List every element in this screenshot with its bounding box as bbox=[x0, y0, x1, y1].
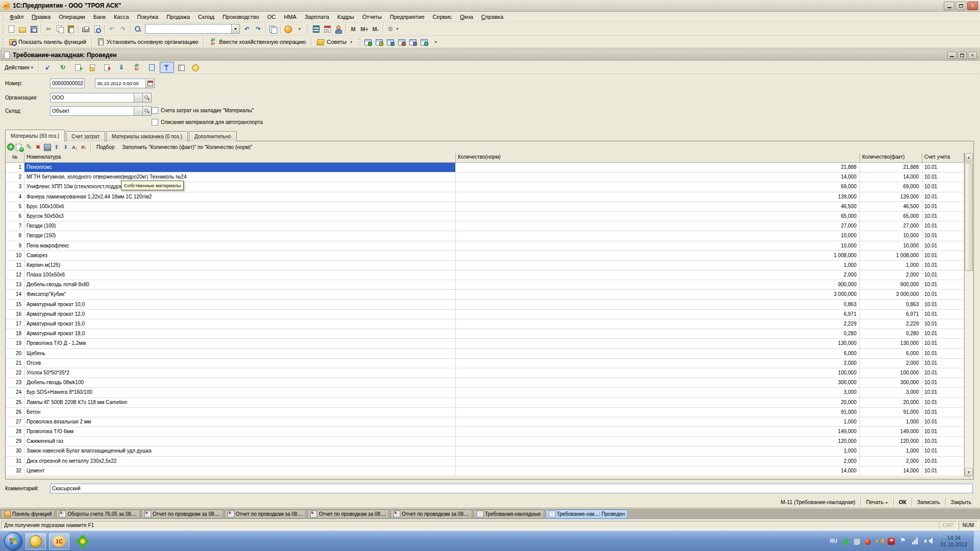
table-row[interactable]: 10Саморез1 008,0001 008,00010.01 bbox=[6, 251, 973, 261]
nomenclature-cell[interactable]: Проволока Т/О Д - 1,2мм bbox=[24, 339, 456, 348]
table-row[interactable]: 20Щебень6,0006,00010.01 bbox=[6, 349, 973, 359]
table-row[interactable]: 22Уголок 50*50*35*2100,000100,00010.01 bbox=[6, 368, 973, 378]
menu-item-Производство[interactable]: Производство bbox=[218, 13, 263, 21]
account-cell[interactable]: 10.01 bbox=[922, 427, 964, 437]
row-edit-button[interactable] bbox=[24, 143, 33, 152]
nomenclature-cell[interactable]: Саморез bbox=[24, 251, 456, 261]
nomenclature-cell[interactable]: Щебень bbox=[24, 349, 456, 359]
row-number-cell[interactable]: 7 bbox=[6, 221, 24, 231]
qty-norm-cell[interactable]: 900,000 bbox=[456, 280, 860, 290]
nomenclature-cell[interactable]: Пеноплэкс bbox=[24, 163, 456, 172]
row-number-cell[interactable]: 22 bbox=[6, 368, 24, 378]
qty-fact-cell[interactable]: 20,000 bbox=[860, 398, 922, 408]
account-cell[interactable]: 10.01 bbox=[922, 359, 964, 368]
nomenclature-cell[interactable]: Арматурный прокат 12,0 bbox=[24, 310, 456, 319]
qty-fact-cell[interactable]: 2,000 bbox=[860, 270, 922, 280]
account-cell[interactable]: 10.01 bbox=[922, 310, 964, 319]
qty-fact-cell[interactable]: 10,000 bbox=[860, 231, 922, 241]
qty-fact-cell[interactable]: 6,000 bbox=[860, 349, 922, 359]
nomenclature-cell[interactable]: Диск отрезной по металлу 230х2,5х22 bbox=[24, 457, 456, 466]
doc-close-button[interactable]: × bbox=[968, 52, 977, 59]
qty-fact-cell[interactable]: 14,000 bbox=[860, 172, 922, 182]
column-header-1[interactable]: № bbox=[6, 153, 24, 163]
qty-norm-cell[interactable]: 10,000 bbox=[456, 241, 860, 251]
row-number-cell[interactable]: 19 bbox=[6, 339, 24, 348]
nomenclature-cell[interactable]: Брус 100х100х6 bbox=[24, 202, 456, 212]
qty-norm-cell[interactable]: 1,000 bbox=[456, 261, 860, 270]
account-cell[interactable]: 10.01 bbox=[922, 163, 964, 172]
nomenclature-cell[interactable]: Брусок 50х50х3 bbox=[24, 212, 456, 221]
row-number-cell[interactable]: 4 bbox=[6, 192, 24, 202]
calendar-button[interactable] bbox=[146, 79, 155, 88]
cut-button[interactable] bbox=[43, 23, 54, 35]
qty-norm-cell[interactable]: 3,000 bbox=[456, 388, 860, 397]
preview-button[interactable] bbox=[91, 23, 103, 35]
row-number-cell[interactable]: 18 bbox=[6, 329, 24, 339]
table-row[interactable]: 11Кирпич м(125)1,0001,00010.01 bbox=[6, 261, 973, 270]
menu-item-Предприятие[interactable]: Предприятие bbox=[386, 13, 429, 21]
scroll-down-icon[interactable]: ▼ bbox=[965, 468, 973, 477]
qty-norm-cell[interactable]: 139,000 bbox=[456, 192, 860, 202]
write-doc-button[interactable] bbox=[40, 62, 55, 73]
qty-norm-cell[interactable]: 130,000 bbox=[456, 339, 860, 348]
table-row[interactable]: 4Фанера ламинированная 1,22х2,44 18мм 1С… bbox=[6, 192, 973, 202]
maximize-button[interactable] bbox=[955, 2, 966, 10]
table-row[interactable]: 8Гвозди (150)10,00010,00010.01 bbox=[6, 231, 973, 241]
row-addcopy-button[interactable] bbox=[15, 143, 24, 152]
nomenclature-cell[interactable]: Уголок 50*50*35*2 bbox=[24, 368, 456, 378]
qty-norm-cell[interactable]: 2,000 bbox=[456, 457, 860, 466]
redo-button[interactable] bbox=[117, 23, 129, 35]
row-number-cell[interactable]: 32 bbox=[6, 466, 24, 476]
go-back-button[interactable] bbox=[241, 23, 253, 35]
usb-check-icon[interactable] bbox=[854, 539, 860, 545]
qty-norm-cell[interactable]: 0,863 bbox=[456, 300, 860, 310]
account-cell[interactable]: 10.01 bbox=[922, 192, 964, 202]
row-number-cell[interactable]: 9 bbox=[6, 241, 24, 251]
info-button[interactable] bbox=[282, 23, 293, 35]
signal-green-icon[interactable] bbox=[842, 537, 849, 545]
table-row[interactable]: 29Сжиженный газ120,000120,00010.01 bbox=[6, 437, 973, 446]
number-field[interactable]: 00000000002 bbox=[50, 79, 85, 88]
account-cell[interactable]: 10.01 bbox=[922, 437, 964, 446]
table-row[interactable]: 19Проволока Т/О Д - 1,2мм130,000130,0001… bbox=[6, 339, 973, 348]
row-number-cell[interactable]: 13 bbox=[6, 280, 24, 290]
nomenclature-cell[interactable]: МГТН битумная, холодного отвержения(ведр… bbox=[24, 172, 456, 182]
account-cell[interactable]: 10.01 bbox=[922, 388, 964, 397]
nomenclature-cell[interactable]: Пена макрофлекс bbox=[24, 241, 456, 251]
table-row[interactable]: 23Дюбель-гвоздь 08wk100300,000300,00010.… bbox=[6, 378, 973, 388]
nomenclature-cell[interactable]: Арматурный прокат 18,0 bbox=[24, 329, 456, 339]
qty-norm-cell[interactable]: 6,971 bbox=[456, 310, 860, 319]
menu-item-Кадры[interactable]: Кадры bbox=[333, 13, 358, 21]
dtkt-button[interactable]: ДтКт bbox=[130, 62, 144, 73]
table-row[interactable]: 21Отсев2,0002,00010.01 bbox=[6, 359, 973, 368]
row-number-cell[interactable]: 30 bbox=[6, 446, 24, 456]
help-button[interactable] bbox=[189, 62, 202, 73]
qty-fact-cell[interactable]: 2,229 bbox=[860, 319, 922, 329]
memory-button-М[interactable]: М bbox=[348, 23, 359, 35]
menu-item-Файл[interactable]: Файл bbox=[6, 13, 28, 21]
flag-icon[interactable] bbox=[899, 537, 907, 545]
more-dropdown-icon[interactable]: ▼ bbox=[430, 36, 441, 47]
globe-shortcut[interactable] bbox=[26, 533, 46, 549]
copy-button[interactable] bbox=[54, 23, 65, 35]
nomenclature-cell[interactable]: Бетон bbox=[24, 408, 456, 417]
qty-fact-cell[interactable]: 21,888 bbox=[860, 163, 922, 172]
column-header-4[interactable]: Количество(факт) bbox=[860, 153, 922, 163]
toolbar-button-1[interactable]: Показать панель функций bbox=[6, 36, 90, 47]
menu-item-Продажа[interactable]: Продажа bbox=[162, 13, 194, 21]
account-cell[interactable]: 10.01 bbox=[922, 221, 964, 231]
memory-button-М+[interactable]: М+ bbox=[359, 23, 370, 35]
window-button[interactable]: Отчет по проводкам за 08.... bbox=[225, 510, 306, 519]
vertical-scrollbar[interactable]: ▲ ▼ bbox=[964, 153, 973, 477]
memory-button-М-[interactable]: М- bbox=[370, 23, 381, 35]
nomenclature-cell[interactable]: Фанера ламинированная 1,22х2,44 18мм 1С … bbox=[24, 192, 456, 202]
tab-Материалы заказчика (0 поз.)[interactable]: Материалы заказчика (0 поз.) bbox=[106, 131, 188, 141]
account-cell[interactable]: 10.01 bbox=[922, 251, 964, 261]
user-edit-button[interactable] bbox=[396, 36, 407, 47]
menu-item-Склад[interactable]: Склад bbox=[194, 13, 218, 21]
row-down-button[interactable] bbox=[61, 143, 70, 152]
account-cell[interactable]: 10.01 bbox=[922, 319, 964, 329]
clock[interactable]: 14:34 31.10.2012 bbox=[936, 535, 971, 548]
menu-item-Справка[interactable]: Справка bbox=[477, 13, 507, 21]
row-number-cell[interactable]: 23 bbox=[6, 378, 24, 388]
